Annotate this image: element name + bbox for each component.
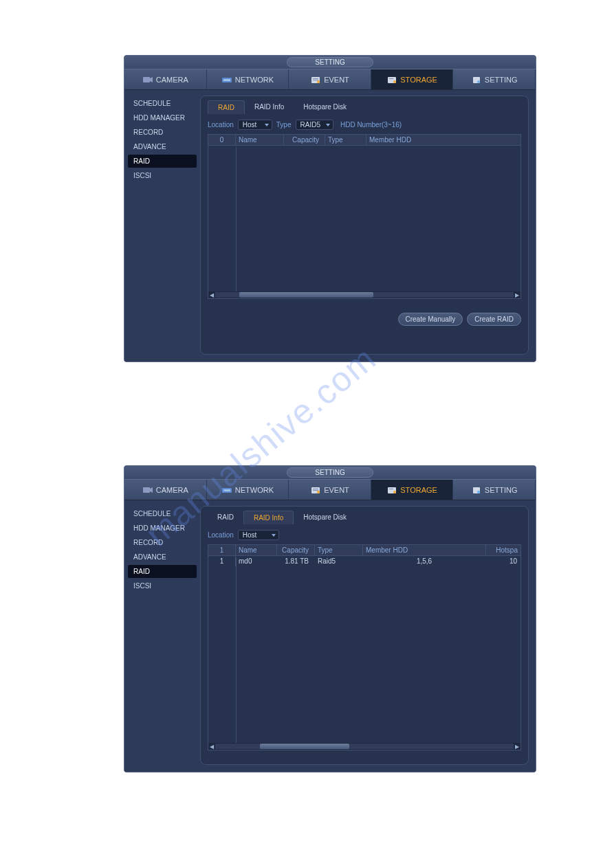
window-title: SETTING: [287, 57, 373, 67]
h-scrollbar[interactable]: ◀ ▶: [208, 291, 520, 298]
tab-network-label: NETWORK: [235, 486, 274, 494]
subtab-raid[interactable]: RAID: [208, 100, 245, 114]
title-bar: SETTING: [124, 56, 536, 69]
main-tab-bar: CAMERA NETWORK EVENT STORAGE SETTING: [124, 480, 536, 500]
scroll-thumb[interactable]: [260, 744, 349, 749]
scroll-left-icon[interactable]: ◀: [208, 743, 215, 750]
sidebar-item-advance[interactable]: ADVANCE: [128, 550, 197, 564]
location-label: Location: [208, 121, 234, 129]
content-panel: RAID RAID Info Hotspare Disk Location Ho…: [200, 506, 529, 765]
td-index: 1: [208, 556, 236, 566]
th-member: Member HDD: [363, 545, 486, 555]
sidebar: SCHEDULE HDD MANAGER RECORD ADVANCE RAID…: [124, 90, 200, 361]
raid-info-table: 1 Name Capacity Type Member HDD Hotspa 1…: [208, 544, 521, 750]
tab-network[interactable]: NETWORK: [207, 69, 289, 89]
button-row: Create Manually Create RAID: [208, 313, 521, 326]
tab-setting[interactable]: SETTING: [453, 480, 536, 500]
td-name: md0: [236, 556, 277, 566]
sidebar-item-raid[interactable]: RAID: [128, 155, 197, 168]
location-dropdown[interactable]: Host: [238, 120, 272, 130]
filter-row: Location Host Type RAID5 HDD Number(3~16…: [208, 120, 521, 130]
svg-point-18: [317, 491, 320, 493]
storage-icon: [386, 485, 397, 495]
tab-setting[interactable]: SETTING: [453, 69, 536, 89]
scroll-left-icon[interactable]: ◀: [208, 291, 215, 298]
main-tab-bar: CAMERA NETWORK EVENT STORAGE SETTING: [124, 69, 536, 90]
location-label: Location: [208, 531, 234, 539]
subtab-raid[interactable]: RAID: [208, 511, 243, 524]
tab-camera[interactable]: CAMERA: [124, 480, 207, 500]
th-capacity: Capacity: [277, 545, 315, 555]
sub-tab-bar: RAID RAID Info Hotspare Disk: [208, 511, 521, 524]
table-divider: [236, 557, 237, 743]
svg-point-6: [317, 80, 320, 83]
th-capacity: Capacity: [284, 135, 325, 145]
th-name: Name: [236, 135, 284, 145]
tab-event[interactable]: EVENT: [289, 69, 371, 89]
td-type: Raid5: [315, 556, 363, 566]
tab-camera[interactable]: CAMERA: [124, 69, 207, 89]
tab-camera-label: CAMERA: [156, 486, 188, 494]
type-dropdown[interactable]: RAID5: [296, 120, 333, 130]
event-icon: [310, 75, 321, 85]
scroll-right-icon[interactable]: ▶: [514, 291, 520, 298]
raid-table: 0 Name Capacity Type Member HDD ◀ ▶: [208, 134, 521, 299]
td-member: 1,5,6: [363, 556, 486, 566]
sidebar-item-record[interactable]: RECORD: [128, 536, 197, 549]
create-raid-button[interactable]: Create RAID: [467, 313, 521, 326]
sidebar-item-hdd-manager[interactable]: HDD MANAGER: [128, 522, 197, 535]
h-scrollbar[interactable]: ◀ ▶: [208, 743, 520, 750]
tab-event[interactable]: EVENT: [289, 480, 371, 500]
tab-network[interactable]: NETWORK: [207, 480, 289, 500]
body: SCHEDULE HDD MANAGER RECORD ADVANCE RAID…: [124, 500, 536, 772]
tab-camera-label: CAMERA: [156, 76, 188, 84]
svg-point-23: [477, 491, 480, 493]
scroll-track[interactable]: [215, 292, 514, 298]
sidebar-item-iscsi[interactable]: ISCSI: [128, 169, 197, 182]
svg-point-21: [393, 491, 396, 493]
subtab-raid-info[interactable]: RAID Info: [245, 100, 294, 114]
tab-event-label: EVENT: [324, 486, 349, 494]
settings-window-raid: SETTING CAMERA NETWORK EVENT STORAGE SET…: [124, 55, 536, 362]
scroll-right-icon[interactable]: ▶: [514, 743, 520, 750]
sidebar-item-record[interactable]: RECORD: [128, 126, 197, 139]
subtab-hotspare[interactable]: Hotspare Disk: [294, 511, 356, 524]
tab-storage-label: STORAGE: [400, 76, 437, 84]
svg-rect-20: [389, 489, 393, 489]
content-panel: RAID RAID Info Hotspare Disk Location Ho…: [200, 96, 529, 355]
create-manually-button[interactable]: Create Manually: [398, 313, 463, 326]
sidebar-item-raid[interactable]: RAID: [128, 565, 197, 578]
svg-rect-2: [223, 79, 230, 81]
table-row[interactable]: 1 md0 1.81 TB Raid5 1,5,6 10: [208, 556, 520, 566]
hdd-number-hint: HDD Number(3~16): [340, 121, 402, 129]
scroll-thumb[interactable]: [239, 292, 373, 298]
scroll-track[interactable]: [215, 744, 514, 749]
svg-point-11: [477, 80, 480, 83]
window-title: SETTING: [287, 467, 373, 478]
subtab-raid-info[interactable]: RAID Info: [243, 511, 294, 524]
tab-network-label: NETWORK: [235, 76, 274, 84]
storage-icon: [386, 75, 397, 85]
location-dropdown[interactable]: Host: [238, 530, 279, 540]
svg-rect-8: [389, 78, 393, 79]
sidebar-item-iscsi[interactable]: ISCSI: [128, 579, 197, 592]
sidebar-item-schedule[interactable]: SCHEDULE: [128, 507, 197, 520]
tab-storage[interactable]: STORAGE: [371, 480, 454, 500]
sidebar: SCHEDULE HDD MANAGER RECORD ADVANCE RAID…: [124, 500, 200, 772]
camera-icon: [142, 485, 153, 495]
td-hotspare: 10: [486, 556, 520, 566]
sidebar-item-advance[interactable]: ADVANCE: [128, 140, 197, 153]
sidebar-item-hdd-manager[interactable]: HDD MANAGER: [128, 111, 197, 124]
th-hotspare: Hotspa: [486, 545, 520, 555]
tab-setting-label: SETTING: [485, 486, 518, 494]
td-capacity: 1.81 TB: [277, 556, 315, 566]
gear-icon: [471, 485, 482, 495]
tab-storage[interactable]: STORAGE: [371, 69, 454, 89]
sub-tab-bar: RAID RAID Info Hotspare Disk: [208, 100, 521, 114]
table-header: 0 Name Capacity Type Member HDD: [208, 135, 520, 146]
subtab-hotspare[interactable]: Hotspare Disk: [294, 100, 356, 114]
camera-icon: [142, 75, 153, 85]
tab-storage-label: STORAGE: [400, 486, 437, 494]
event-icon: [310, 485, 321, 495]
sidebar-item-schedule[interactable]: SCHEDULE: [128, 97, 197, 110]
